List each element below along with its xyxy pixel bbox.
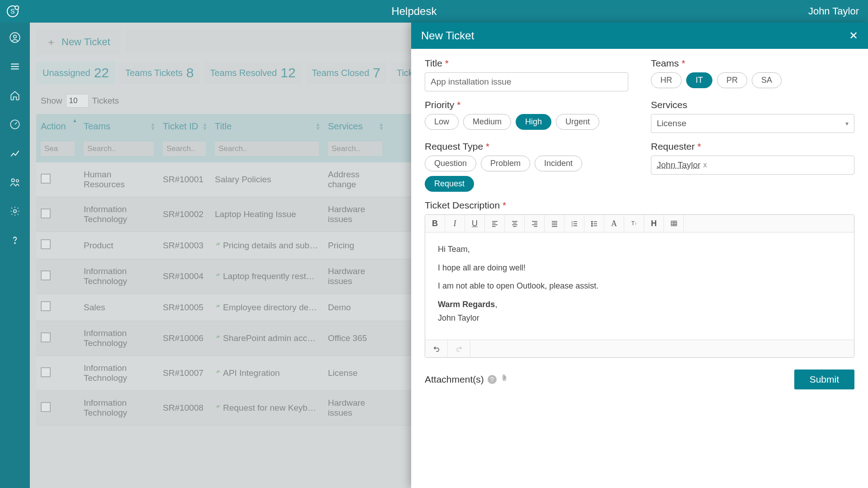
col-services[interactable]: Services▲▼ [323, 114, 387, 139]
remove-requester-icon[interactable]: x [703, 161, 707, 169]
new-ticket-panel: New Ticket ✕ Title * Teams * HRITPRSA Pr… [411, 23, 868, 488]
row-checkbox[interactable] [41, 301, 51, 311]
tab-unassigned[interactable]: Unassigned 22 [36, 62, 115, 84]
table-icon[interactable] [664, 215, 684, 232]
svg-point-9 [11, 179, 14, 182]
row-checkbox[interactable] [41, 208, 51, 218]
submit-button[interactable]: Submit [794, 370, 854, 389]
undo-icon[interactable] [425, 340, 448, 357]
svg-point-37 [591, 223, 592, 224]
show-count-input[interactable] [66, 94, 89, 108]
plus-icon: ＋ [46, 35, 56, 49]
italic-icon[interactable]: I [445, 215, 465, 232]
editor-toolbar: B I U 123 A T↕ H [425, 215, 854, 232]
services-select[interactable]: License ▾ [651, 114, 854, 133]
heading-icon[interactable]: H [644, 215, 664, 232]
ordered-list-icon[interactable]: 123 [564, 215, 584, 232]
hamburger-icon[interactable] [8, 60, 22, 73]
redo-icon[interactable] [448, 340, 470, 357]
priority-pill-urgent[interactable]: Urgent [556, 114, 599, 130]
editor-content[interactable]: Hi Team, I hope all are doing well! I am… [425, 232, 854, 340]
row-checkbox[interactable] [41, 239, 51, 249]
profile-icon[interactable] [8, 31, 22, 44]
priority-pill-high[interactable]: High [516, 114, 551, 130]
tab-teams-tickets[interactable]: Teams Tickets 8 [119, 62, 200, 84]
align-justify-icon[interactable] [545, 215, 564, 232]
row-checkbox[interactable] [41, 367, 51, 377]
reqtype-pill-question[interactable]: Question [425, 156, 476, 171]
leaf-icon [215, 333, 221, 340]
row-checkbox[interactable] [41, 174, 51, 184]
analytics-icon[interactable] [8, 147, 22, 160]
col-teams[interactable]: Teams▲▼ [79, 114, 158, 139]
row-checkbox[interactable] [41, 332, 51, 342]
search-teams[interactable] [84, 142, 154, 156]
priority-pill-medium[interactable]: Medium [463, 114, 511, 130]
svg-point-4 [14, 35, 17, 38]
font-color-icon[interactable]: A [604, 215, 624, 232]
leaf-icon [215, 241, 221, 247]
search-services[interactable] [328, 142, 382, 156]
app-logo-icon: S [5, 4, 20, 19]
col-title[interactable]: Title▲▼ [210, 114, 323, 139]
help-badge-icon[interactable]: ? [488, 375, 497, 384]
reqtype-pill-incident[interactable]: Incident [535, 156, 582, 171]
font-size-icon[interactable]: T↕ [624, 215, 644, 232]
col-action[interactable]: Action▲ [36, 114, 79, 139]
field-requester: Requester * John Taylor x [651, 141, 854, 192]
new-ticket-button[interactable]: ＋ New Ticket [36, 29, 120, 55]
topbar: S Helpdesk John Taylor [0, 0, 868, 23]
row-checkbox[interactable] [41, 402, 51, 412]
paperclip-icon[interactable] [500, 373, 508, 385]
team-pill-sa[interactable]: SA [752, 72, 782, 88]
svg-point-3 [10, 33, 20, 43]
reqtype-pill-request[interactable]: Request [425, 176, 474, 192]
team-pill-pr[interactable]: PR [717, 72, 747, 88]
leaf-icon [215, 368, 221, 374]
users-icon[interactable] [8, 175, 22, 189]
search-ticket[interactable] [163, 142, 206, 156]
close-icon[interactable]: ✕ [849, 29, 858, 42]
app-title: Helpdesk [20, 5, 808, 18]
unordered-list-icon[interactable] [584, 215, 604, 232]
svg-point-12 [14, 243, 15, 244]
leaf-icon [215, 271, 221, 278]
search-action[interactable] [41, 142, 75, 156]
leaf-icon [215, 403, 221, 409]
help-icon[interactable] [8, 233, 22, 247]
svg-point-2 [15, 6, 19, 9]
panel-header: New Ticket ✕ [411, 23, 868, 49]
tab-teams-closed[interactable]: Teams Closed 7 [306, 62, 387, 84]
gear-icon[interactable] [8, 204, 22, 218]
requester-input[interactable]: John Taylor x [651, 156, 854, 175]
search-title[interactable] [215, 142, 319, 156]
align-left-icon[interactable] [485, 215, 505, 232]
col-ticket-id[interactable]: Ticket ID▲▼ [158, 114, 210, 139]
priority-pill-low[interactable]: Low [425, 114, 459, 130]
row-checkbox[interactable] [41, 270, 51, 280]
chevron-down-icon: ▾ [845, 120, 849, 127]
sidebar [0, 23, 30, 488]
title-input[interactable] [425, 72, 628, 91]
svg-text:S: S [10, 8, 15, 15]
bold-icon[interactable]: B [425, 215, 445, 232]
svg-text:3: 3 [571, 224, 573, 227]
align-right-icon[interactable] [525, 215, 545, 232]
team-pill-hr[interactable]: HR [651, 72, 682, 88]
new-ticket-label: New Ticket [62, 36, 110, 48]
show-suffix: Tickets [92, 96, 119, 106]
field-title: Title * [425, 58, 628, 91]
underline-icon[interactable]: U [465, 215, 485, 232]
current-user[interactable]: John Taylor [808, 5, 859, 17]
reqtype-pill-problem[interactable]: Problem [481, 156, 530, 171]
gauge-icon[interactable] [8, 118, 22, 131]
svg-point-10 [16, 180, 19, 182]
field-teams: Teams * HRITPRSA [651, 58, 854, 91]
svg-rect-41 [671, 221, 677, 226]
tab-teams-resolved[interactable]: Teams Resolved 12 [204, 62, 302, 84]
team-pill-it[interactable]: IT [686, 72, 712, 88]
attachments-label: Attachment(s) ? [425, 373, 508, 385]
rich-editor: B I U 123 A T↕ H Hi Team, I hope all [425, 214, 854, 358]
home-icon[interactable] [8, 89, 22, 102]
align-center-icon[interactable] [505, 215, 525, 232]
